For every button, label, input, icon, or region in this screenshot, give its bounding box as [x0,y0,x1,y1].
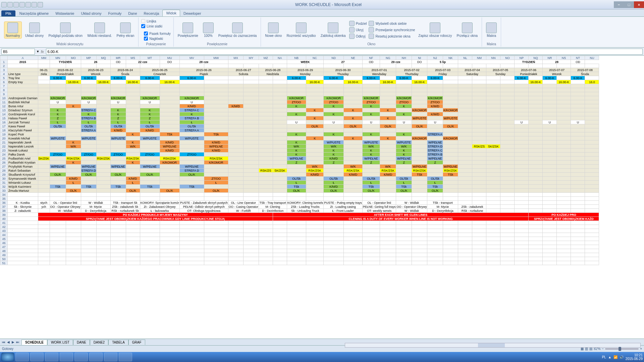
taskbar-app-icon[interactable] [60,353,73,361]
view-fullscreen-button[interactable]: Pełny ekran [115,22,136,38]
view-normal-icon[interactable]: ▦ [581,347,584,351]
worksheet-area[interactable]: AMMMNMOMPMQMRMSMTMUMVMWMXMYMZNANBNCNDNEN… [0,56,644,339]
zoom-out-button[interactable]: − [602,347,604,351]
zoom-100-button[interactable]: 100% [202,22,215,38]
zoom-slider[interactable] [605,348,639,350]
qat-sort-icon[interactable] [25,2,31,7]
freeze-panes-button[interactable]: Zablokuj okienka [319,22,347,38]
switch-windows-button[interactable]: Przełącz okna [455,22,479,38]
qat-sum-icon[interactable] [32,2,37,7]
save-ws-icon [430,22,440,33]
sheet-nav-first-icon[interactable]: ⏮ [1,340,6,344]
sheet-tab-worklist[interactable]: WORK LIST [47,340,73,345]
qat-print-icon[interactable] [19,2,25,7]
file-tab[interactable]: Plik [1,10,15,16]
spreadsheet-grid[interactable]: AMMMNMOMPMQMRMSMTMUMVMWMXMYMZNANBNCNDNEN… [0,56,599,265]
fullscreen-icon [120,22,131,33]
zoom-selection-button[interactable]: Powiększ do zaznaczenia [217,22,258,38]
zoom-in-button[interactable]: + [640,347,642,351]
side-by-side-button[interactable]: Wyświetl obok siebie [369,21,415,26]
fx-icon[interactable]: fx [41,50,44,54]
view-page-layout-button[interactable]: Układ strony [24,22,45,38]
ribbon-group-zoom: Powiększenie 100% Powiększ do zaznaczeni… [174,17,261,47]
taskbar-explorer-icon[interactable] [15,353,29,361]
ruler-checkbox[interactable]: Linijka [141,19,170,23]
scrollbar-thumb[interactable] [478,343,505,347]
arrange-all-button[interactable]: Rozmieść wszystko [285,22,317,38]
horizontal-scrollbar[interactable] [345,343,641,348]
status-ready: Gotowy [2,347,13,351]
view-break-icon[interactable]: ▤ [589,347,592,351]
sheet-nav-next-icon[interactable]: ▶ [11,340,15,344]
tab-review[interactable]: Recenzja [141,10,163,16]
new-window-button[interactable]: Nowe okno [264,22,283,38]
tray-icon[interactable]: ▲ [608,355,611,359]
close-button[interactable]: × [634,1,644,8]
tab-developer[interactable]: Deweloper [180,10,205,16]
view-normal-button[interactable]: Normalny [4,21,22,39]
sync-scroll-button[interactable]: Przewijanie synchroniczne [369,27,415,33]
view-page-break-button[interactable]: Podgląd podziału stron [47,22,84,38]
tab-insert[interactable]: Wstawianie [52,10,77,16]
zoom-button[interactable]: Powiększenie [176,22,200,38]
taskbar-chrome-icon[interactable] [89,353,103,361]
view-layout-icon[interactable]: ▥ [585,347,588,351]
macros-button[interactable]: Makra [485,22,498,38]
qat-more-icon[interactable] [38,2,43,7]
title-bar: WORK SCHEUDLE - Microsoft Excel − □ × [0,0,644,9]
zoom-thumb[interactable] [619,347,621,351]
arrange-icon [296,22,307,33]
save-workspace-button[interactable]: Zapisz obszar roboczy [417,22,453,38]
taskbar-outlook-icon[interactable] [45,353,58,361]
name-box[interactable] [1,49,35,55]
sheet-nav-last-icon[interactable]: ⏭ [15,340,20,344]
split-button[interactable]: Podziel [349,21,367,26]
group-label: Powiększenie [176,42,258,47]
group-label: Pokazywanie [141,42,170,47]
hide-icon [349,27,355,33]
taskbar-word-icon[interactable] [104,353,117,361]
zoom-level[interactable]: 82% [594,347,600,351]
sheet-tab-schedule[interactable]: SCHEDULE [21,340,47,345]
sync-icon [369,27,374,33]
ribbon: Normalny Układ strony Podgląd podziału s… [0,17,644,48]
qat-undo-icon[interactable] [7,2,13,7]
unhide-button[interactable]: Odkryj [349,34,367,39]
tab-formulas[interactable]: Formuły [105,10,125,16]
taskbar-app2-icon[interactable] [74,353,88,361]
tray-network-icon[interactable]: 📶 [613,355,618,359]
sheet-tab-dane[interactable]: DANE [73,340,90,345]
quick-access-toolbar [0,2,43,7]
taskbar-excel-icon[interactable] [119,353,132,361]
qat-redo-icon[interactable] [13,2,19,7]
tab-data[interactable]: Dane [125,10,140,16]
dropdown-icon[interactable]: ▾ [37,49,39,54]
tray-sound-icon[interactable]: 🔊 [620,355,624,359]
switch-icon [462,22,473,33]
sheet-tab-tabela[interactable]: TABELA [108,340,128,345]
sheet-tab-graf[interactable]: GRAF [128,340,145,345]
tab-home[interactable]: Narzędzia główne [16,10,52,16]
minimize-button[interactable]: − [614,1,624,8]
hide-button[interactable]: Ukryj [349,27,367,33]
sheet-tab-dane2[interactable]: DANE2 [90,340,108,345]
tab-layout[interactable]: Układ strony [77,10,105,16]
formula-bar-checkbox[interactable]: Pasek formuły [144,32,170,36]
view-custom-button[interactable]: Widoki niestand. [86,22,113,38]
qat-save-icon[interactable] [1,2,7,7]
gridlines-checkbox[interactable]: Linie siatki [141,24,170,28]
ribbon-group-show: Linijka Linie siatki Pasek formuły Nagłó… [139,17,173,47]
reset-pos-button[interactable]: Resetuj położenie okna [369,34,415,39]
formula-bar: ▾ fx [0,48,644,56]
sheet-nav-prev-icon[interactable]: ◀ [6,340,11,344]
lang-indicator[interactable]: PL [602,355,606,359]
headings-checkbox[interactable]: Nagłówki [144,37,170,41]
ribbon-tabs: Plik Narzędzia główne Wstawianie Układ s… [0,9,644,17]
tab-view[interactable]: Widok [162,10,180,16]
maximize-button[interactable]: □ [624,1,634,8]
start-button[interactable] [1,353,14,361]
formula-input[interactable] [46,49,643,55]
taskbar-media-icon[interactable] [30,353,44,361]
reset-icon [369,34,374,39]
system-clock[interactable]: 10:21 2015-06-29 [626,353,643,361]
